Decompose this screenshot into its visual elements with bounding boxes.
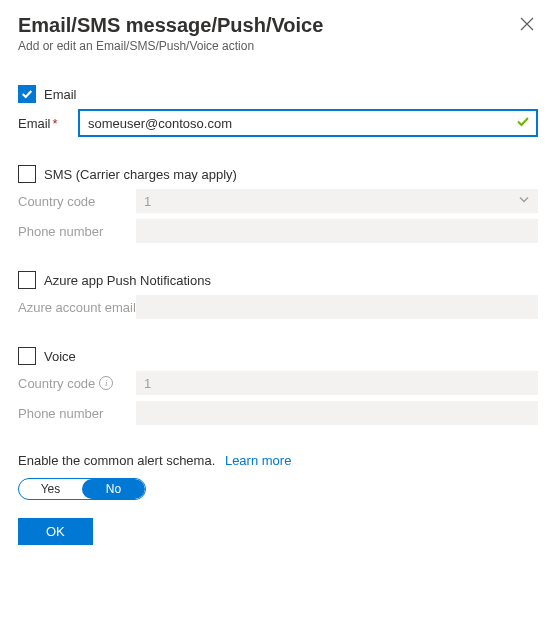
info-icon: i [99,376,113,390]
sms-checkbox-label: SMS (Carrier charges may apply) [44,167,237,182]
voice-country-code-input: 1 [136,371,538,395]
schema-text: Enable the common alert schema. [18,453,215,468]
voice-section: Voice Country code i 1 Phone number [18,347,538,425]
toggle-no[interactable]: No [82,479,145,499]
push-checkbox[interactable] [18,271,36,289]
schema-toggle[interactable]: Yes No [18,478,146,500]
sms-section: SMS (Carrier charges may apply) Country … [18,165,538,243]
required-asterisk: * [53,116,58,131]
sms-checkbox[interactable] [18,165,36,183]
push-account-label: Azure account email i [18,300,128,315]
email-checkbox-label: Email [44,87,77,102]
dialog-title: Email/SMS message/Push/Voice [18,14,323,37]
voice-checkbox[interactable] [18,347,36,365]
checkmark-icon [21,88,33,100]
voice-checkbox-label: Voice [44,349,76,364]
dialog-subtitle: Add or edit an Email/SMS/Push/Voice acti… [18,39,323,53]
push-account-input [136,295,538,319]
push-section: Azure app Push Notifications Azure accou… [18,271,538,319]
schema-row: Enable the common alert schema. Learn mo… [18,453,538,468]
chevron-down-icon [518,194,530,209]
voice-phone-input [136,401,538,425]
push-checkbox-label: Azure app Push Notifications [44,273,211,288]
email-section: Email Email* [18,85,538,137]
voice-country-code-label: Country code i [18,376,128,391]
sms-country-code-label: Country code [18,194,128,209]
close-icon [520,17,534,31]
sms-phone-input [136,219,538,243]
ok-button[interactable]: OK [18,518,93,545]
valid-checkmark-icon [516,115,530,132]
sms-phone-label: Phone number [18,224,128,239]
voice-phone-label: Phone number [18,406,128,421]
email-field-label: Email* [18,116,70,131]
toggle-yes[interactable]: Yes [19,479,82,499]
sms-country-code-select: 1 [136,189,538,213]
close-button[interactable] [516,14,538,36]
email-input[interactable] [78,109,538,137]
learn-more-link[interactable]: Learn more [225,453,291,468]
email-checkbox[interactable] [18,85,36,103]
